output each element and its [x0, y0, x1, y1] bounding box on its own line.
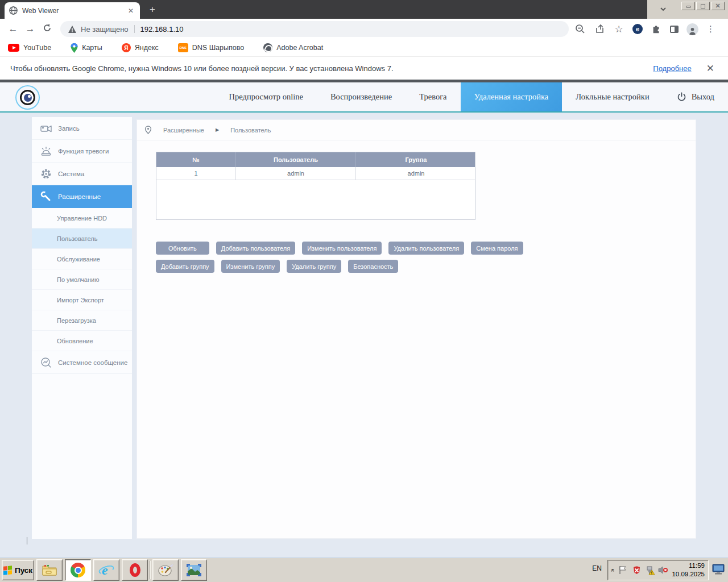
forward-icon[interactable]: →: [22, 23, 39, 35]
taskbar-paint-button[interactable]: [152, 559, 179, 581]
tray-clock[interactable]: 11:59 10.09.2025: [672, 562, 705, 579]
power-icon: [677, 92, 686, 102]
browser-tab[interactable]: Web Viewer ✕: [5, 2, 140, 19]
browser-menu-icon[interactable]: ⋮: [706, 24, 715, 34]
sidebar-item-advanced[interactable]: Расширенные: [32, 185, 132, 208]
reload-icon[interactable]: [39, 23, 56, 35]
nav-logout-label: Выход: [692, 92, 714, 102]
tab-title: Web Viewer: [22, 7, 126, 15]
breadcrumb: Расширенные ▶ Пользователь: [137, 120, 696, 140]
main-nav: Предпросмотр online Воспроизведение Трев…: [216, 82, 728, 111]
sidebar-item-system[interactable]: Система: [32, 163, 132, 185]
bookmark-maps[interactable]: Карты: [71, 43, 102, 53]
taskbar-opera-button[interactable]: [122, 559, 148, 581]
refresh-button[interactable]: Обновить: [156, 242, 209, 255]
app-header: Предпросмотр online Воспроизведение Трев…: [0, 82, 728, 113]
sidebar-subitem-reboot[interactable]: Перезагрузка: [32, 310, 132, 331]
sidebar-subitem-import-export[interactable]: Импорт Экспорт: [32, 290, 132, 310]
infobar-close-icon[interactable]: ✕: [706, 63, 714, 74]
cell-number: 1: [156, 167, 236, 180]
nav-logout[interactable]: Выход: [663, 82, 728, 111]
tab-close-icon[interactable]: ✕: [126, 7, 135, 15]
browser-tab-strip: Web Viewer ✕ + ✕: [0, 0, 728, 19]
nav-preview-online[interactable]: Предпросмотр online: [216, 82, 317, 111]
sidebar-subitem-maintenance[interactable]: Обслуживание: [32, 249, 132, 269]
change-password-button[interactable]: Смена пароля: [471, 242, 523, 255]
profile-avatar[interactable]: [686, 23, 698, 35]
tray-flag-icon[interactable]: [618, 565, 628, 575]
nav-remote-settings[interactable]: Удаленная настройка: [461, 82, 562, 111]
wrench-icon: [39, 190, 53, 203]
edit-group-button[interactable]: Изменить группу: [221, 260, 280, 273]
nav-local-settings[interactable]: Локльные настройки: [562, 82, 663, 111]
address-bar[interactable]: Не защищено 192.168.1.10: [60, 21, 569, 37]
col-number: №: [156, 152, 236, 167]
back-icon[interactable]: ←: [5, 23, 22, 35]
sidebar-item-record[interactable]: Запись: [32, 117, 132, 140]
window-restore-button[interactable]: [696, 2, 710, 10]
delete-group-button[interactable]: Удалить группу: [287, 260, 341, 273]
content-panel: Расширенные ▶ Пользователь № Пользовател…: [136, 119, 696, 539]
bookmark-dns[interactable]: DNS DNS Шарыпово: [178, 43, 244, 52]
taskbar-image-viewer-button[interactable]: [181, 559, 207, 581]
taskbar-ie-button[interactable]: e: [93, 559, 119, 581]
start-button[interactable]: Пуск: [2, 560, 34, 580]
sidebar-subitem-update[interactable]: Обновление: [32, 331, 132, 351]
share-icon[interactable]: [594, 23, 605, 35]
nav-alarm[interactable]: Тревога: [406, 82, 460, 111]
bookmark-youtube[interactable]: YouTube: [8, 44, 51, 52]
sidebar-item-label: Системное сообщение: [58, 359, 127, 366]
sidebar-item-label: Система: [58, 171, 84, 177]
edit-user-button[interactable]: Изменить пользователя: [302, 242, 382, 255]
zoom-out-icon[interactable]: [574, 23, 586, 35]
add-group-button[interactable]: Добавить группу: [156, 260, 214, 273]
window-minimize-button[interactable]: [681, 2, 695, 10]
add-user-button[interactable]: Добавить пользователя: [216, 242, 295, 255]
text-cursor-artifact: [27, 537, 27, 544]
side-panel-icon[interactable]: [670, 26, 679, 33]
sidebar-subitem-default[interactable]: По умолчанию: [32, 269, 132, 290]
alarm-siren-icon: [39, 144, 53, 158]
ie-tab-extension-icon[interactable]: e: [632, 24, 643, 34]
windows-logo-icon: [3, 566, 12, 575]
folder-icon: [42, 564, 57, 576]
window-close-button[interactable]: ✕: [711, 2, 725, 10]
cell-user: admin: [236, 167, 356, 180]
col-group: Группа: [356, 152, 476, 167]
youtube-icon: [8, 44, 19, 52]
bookmark-star-icon[interactable]: ☆: [613, 23, 624, 35]
sidebar-item-system-message[interactable]: Системное сообщение: [32, 351, 132, 374]
bookmark-yandex[interactable]: Я Яндекс: [122, 43, 159, 52]
sidebar-subitem-user[interactable]: Пользователь: [32, 228, 132, 249]
breadcrumb-arrow-icon: ▶: [216, 127, 219, 132]
col-user: Пользователь: [236, 152, 356, 167]
tray-expand-chevron-icon[interactable]: «: [610, 568, 616, 572]
sidebar-item-label: Функция тревоги: [58, 148, 109, 155]
sidebar-item-label: Запись: [58, 125, 80, 132]
new-tab-button[interactable]: +: [147, 4, 158, 15]
language-indicator[interactable]: EN: [592, 564, 602, 572]
breadcrumb-root[interactable]: Расширенные: [163, 127, 204, 134]
taskbar-explorer-button[interactable]: [36, 559, 63, 581]
table-row[interactable]: 1 admin admin: [156, 167, 475, 180]
tray-antivirus-icon[interactable]: [631, 565, 642, 575]
url-text[interactable]: 192.168.1.10: [140, 25, 184, 34]
chrome-icon: [71, 563, 85, 577]
tab-search-chevron-icon[interactable]: [660, 6, 667, 13]
infobar-details-link[interactable]: Подробнее: [653, 64, 691, 73]
tray-hardware-icon[interactable]: [645, 565, 655, 575]
nav-playback[interactable]: Воспроизведение: [317, 82, 406, 111]
show-desktop-button[interactable]: [711, 562, 726, 577]
taskbar-chrome-button[interactable]: [65, 559, 91, 581]
extensions-puzzle-icon[interactable]: [651, 23, 662, 35]
tray-volume-muted-icon[interactable]: [658, 565, 668, 575]
bookmarks-bar: YouTube Карты Я Яндекс DNS DNS Шарыпово …: [0, 39, 728, 56]
security-button[interactable]: Безопасность: [348, 260, 398, 273]
delete-user-button[interactable]: Удалить пользователя: [388, 242, 464, 255]
not-secure-warning-icon: [68, 26, 76, 33]
sidebar-item-alarm-function[interactable]: Функция тревоги: [32, 140, 132, 163]
sidebar-subitem-hdd[interactable]: Управление HDD: [32, 208, 132, 228]
video-camera-icon: [39, 122, 53, 135]
bookmark-acrobat[interactable]: Adobe Acrobat: [263, 43, 323, 52]
security-label[interactable]: Не защищено: [81, 25, 129, 34]
